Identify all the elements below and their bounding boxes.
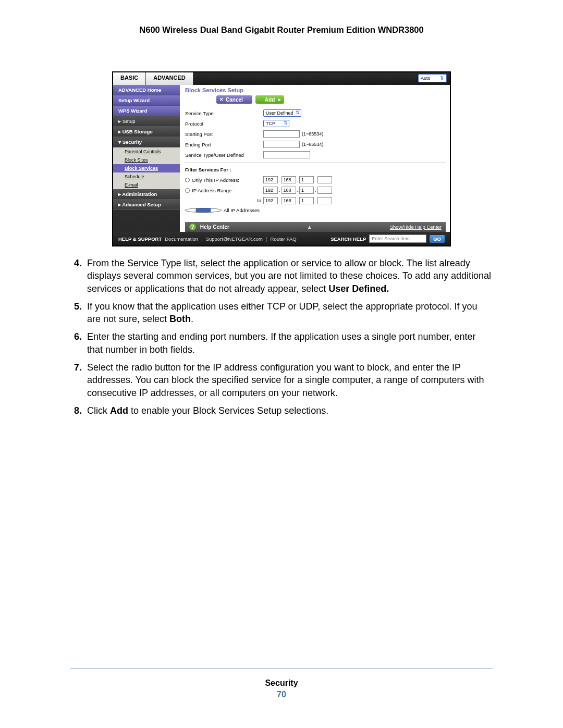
top-tab-bar: BASIC ADVANCED Auto ⇅ (113, 72, 450, 85)
help-support-label: HELP & SUPPORT (118, 236, 162, 242)
label-starting-port: Starting Port (185, 131, 263, 137)
radio-all-ip[interactable] (185, 208, 222, 213)
sidebar-sub-block-sites[interactable]: Block Sites (113, 156, 180, 164)
content-title: Block Services Setup (185, 87, 446, 93)
sidebar-sub-block-services[interactable]: Block Services (113, 164, 180, 172)
step-text: Click Add to enable your Block Services … (87, 404, 493, 417)
step-number: 4. (70, 257, 87, 295)
sidebar-sub-email[interactable]: E-mail (113, 181, 180, 189)
add-button[interactable]: Add (255, 95, 284, 104)
ip-octet[interactable] (299, 187, 314, 194)
ip-octet[interactable] (299, 176, 314, 183)
label-only-this-ip: Only This IP Address: (192, 177, 239, 183)
step-text: Select the radio button for the IP addre… (87, 361, 493, 399)
chevron-up-icon[interactable]: ▲ (307, 224, 312, 230)
toggle-help-link[interactable]: Show/Hide Help Center (390, 224, 442, 230)
service-type-value: User Defined (266, 110, 293, 116)
link-documentation[interactable]: Documentation (165, 236, 198, 242)
ip-octet[interactable] (317, 187, 332, 194)
step-number: 5. (70, 300, 87, 326)
step-number: 6. (70, 330, 87, 356)
cancel-button[interactable]: Cancel (216, 95, 252, 104)
link-router-faq[interactable]: Router FAQ (271, 236, 297, 242)
step-number: 7. (70, 361, 87, 399)
sidebar-advanced-home[interactable]: ADVANCED Home (113, 85, 180, 95)
label-ip-range: IP Address Range: (192, 188, 233, 193)
ip-octet[interactable] (299, 197, 314, 204)
radio-only-this-ip[interactable] (185, 178, 190, 182)
sidebar-security[interactable]: ▾ Security (113, 137, 180, 147)
step-text: From the Service Type list, select the a… (87, 257, 493, 295)
dropdown-icon: ⇅ (284, 120, 288, 126)
port-hint: (1~65534) (302, 131, 323, 137)
ip-octet[interactable] (317, 197, 332, 204)
radio-ip-range[interactable] (185, 188, 190, 193)
starting-port-input[interactable] (263, 130, 300, 138)
ip-octet[interactable] (263, 187, 278, 194)
port-hint: (1~65534) (302, 142, 323, 147)
sidebar-wps-wizard[interactable]: WPS Wizard (113, 106, 180, 116)
sidebar-setup-wizard[interactable]: Setup Wizard (113, 95, 180, 106)
search-help-label: SEARCH HELP (331, 236, 366, 242)
tab-basic[interactable]: BASIC (113, 72, 146, 85)
support-bar: HELP & SUPPORT Documentation | Support@N… (113, 232, 450, 245)
sidebar-advanced-setup[interactable]: ▸ Advanced Setup (113, 200, 180, 210)
ip-octet[interactable] (282, 176, 296, 183)
protocol-select[interactable]: TCP ⇅ (263, 120, 289, 127)
auto-refresh-label: Auto (421, 76, 431, 81)
ip-octet[interactable] (263, 176, 278, 183)
link-support-email[interactable]: Support@NETGEAR.com (206, 236, 263, 242)
router-screenshot: BASIC ADVANCED Auto ⇅ ADVANCED Home Setu… (112, 71, 451, 246)
step-text: Enter the starting and ending port numbe… (87, 330, 493, 356)
protocol-value: TCP (266, 121, 275, 126)
help-icon: ? (189, 224, 196, 230)
footer-section: Security (0, 678, 563, 688)
search-help-input[interactable] (369, 235, 426, 243)
instruction-list: 4. From the Service Type list, select th… (70, 257, 493, 417)
sidebar-sub-parental[interactable]: Parental Controls (113, 147, 180, 156)
service-type-select[interactable]: User Defined ⇅ (263, 109, 301, 117)
dropdown-icon: ⇅ (296, 110, 300, 115)
footer-page-number: 70 (0, 690, 563, 699)
label-service-user-defined: Service Type/User Defined (185, 152, 263, 158)
sidebar-sub-schedule[interactable]: Schedule (113, 172, 180, 181)
filter-section-title: Filter Services For : (185, 167, 446, 172)
content-panel: Block Services Setup Cancel Add Service … (180, 85, 450, 232)
page-footer: Security 70 (0, 669, 563, 699)
service-user-input[interactable] (263, 151, 310, 158)
sidebar-setup[interactable]: ▸ Setup (113, 116, 180, 127)
label-protocol: Protocol (185, 121, 263, 127)
step-text: If you know that the application uses ei… (87, 300, 493, 326)
dropdown-arrows: ⇅ (440, 76, 444, 81)
sidebar: ADVANCED Home Setup Wizard WPS Wizard ▸ … (113, 85, 180, 232)
ip-octet[interactable] (282, 197, 296, 204)
help-center-label: Help Center (200, 224, 229, 230)
step-number: 8. (70, 404, 87, 417)
label-all-ip: All IP Addresses (224, 207, 260, 213)
page-header-title: N600 Wireless Dual Band Gigabit Router P… (0, 0, 563, 45)
help-center-bar: ? Help Center ▲ Show/Hide Help Center (185, 222, 446, 232)
auto-refresh-select[interactable]: Auto ⇅ (418, 74, 447, 82)
ip-octet[interactable] (282, 187, 296, 194)
label-ending-port: Ending Port (185, 142, 263, 147)
label-to: to (257, 198, 263, 203)
ip-octet[interactable] (317, 176, 332, 183)
sidebar-administration[interactable]: ▸ Administration (113, 189, 180, 200)
sidebar-usb-storage[interactable]: ▸ USB Storage (113, 127, 180, 137)
label-service-type: Service Type (185, 110, 263, 116)
ip-octet[interactable] (263, 197, 278, 204)
ending-port-input[interactable] (263, 141, 300, 148)
tab-advanced[interactable]: ADVANCED (146, 72, 193, 85)
go-button[interactable]: GO (430, 235, 445, 243)
